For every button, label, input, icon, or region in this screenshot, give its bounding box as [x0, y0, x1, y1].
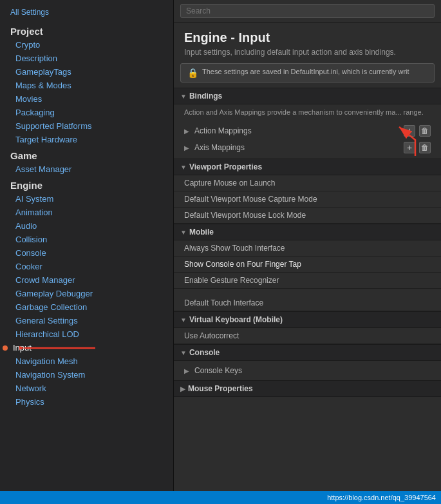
default-touch-interface-row[interactable]: Default Touch Interface [174, 295, 441, 311]
sidebar-item-crowd-manager[interactable]: Crowd Manager [0, 273, 173, 287]
axis-mappings-label: Axis Mappings [194, 143, 400, 152]
page-subtitle: Input settings, including default input … [174, 48, 441, 63]
use-autocorrect-row[interactable]: Use Autocorrect [174, 328, 441, 344]
action-mappings-row: ▶ Action Mappings + 🗑 [180, 122, 435, 139]
mobile-section: ▼ Mobile Always Show Touch Interface Sho… [174, 224, 441, 311]
sidebar-item-cooker[interactable]: Cooker [0, 260, 173, 273]
axis-mappings-add-btn[interactable]: + [404, 142, 415, 153]
mouse-properties-label: Mouse Properties [188, 384, 253, 393]
sidebar-item-general-settings[interactable]: General Settings [0, 314, 173, 327]
game-section: Game Asset Manager [0, 146, 173, 176]
sidebar-item-console[interactable]: Console [0, 246, 173, 260]
virtual-keyboard-arrow: ▼ [180, 316, 187, 324]
axis-mappings-del-btn[interactable]: 🗑 [419, 142, 431, 153]
sidebar-item-description[interactable]: Description [0, 52, 173, 65]
mouse-properties-arrow: ▶ [180, 385, 185, 393]
sidebar-item-physics[interactable]: Physics [0, 395, 173, 409]
action-mappings-label: Action Mappings [194, 126, 400, 135]
project-section: Project Crypto Description GameplayTags … [0, 22, 173, 146]
always-show-touch-row[interactable]: Always Show Touch Interface [174, 240, 441, 257]
viewport-title[interactable]: ▼ Viewport Properties [174, 159, 441, 175]
notice-bar: 🔒 These settings are saved in DefaultInp… [180, 63, 435, 82]
bindings-subsections: ▶ Action Mappings + 🗑 ▶ Axis Mappings + … [174, 120, 441, 159]
virtual-keyboard-title[interactable]: ▼ Virtual Keyboard (Mobile) [174, 311, 441, 328]
all-settings-link[interactable]: All Settings [0, 5, 173, 22]
mouse-properties-title[interactable]: ▶ Mouse Properties [174, 380, 441, 397]
show-console-four-finger-row[interactable]: Show Console on Four Finger Tap [174, 257, 441, 273]
mouse-properties-section: ▶ Mouse Properties [174, 380, 441, 397]
content-area: Engine - Input Input settings, including… [174, 0, 441, 491]
sidebar-item-input-label: Input [13, 343, 32, 353]
mobile-arrow: ▼ [180, 229, 187, 236]
action-mappings-del-btn[interactable]: 🗑 [419, 125, 431, 137]
sidebar-item-packaging[interactable]: Packaging [0, 106, 173, 119]
game-header: Game [0, 146, 173, 162]
main-layout: All Settings Project Crypto Description … [0, 0, 441, 491]
engine-section: Engine AI System Animation Audio Collisi… [0, 176, 173, 409]
sidebar-item-garbage-collection[interactable]: Garbage Collection [0, 300, 173, 314]
default-capture-mode-row[interactable]: Default Viewport Mouse Capture Mode [174, 191, 441, 208]
virtual-keyboard-section: ▼ Virtual Keyboard (Mobile) Use Autocorr… [174, 311, 441, 344]
viewport-arrow: ▼ [180, 164, 187, 171]
sidebar-item-navigation-system[interactable]: Navigation System [0, 368, 173, 382]
bindings-label: Bindings [189, 92, 222, 101]
console-keys-label: Console Keys [194, 366, 431, 375]
sidebar-item-network[interactable]: Network [0, 382, 173, 395]
sidebar-item-collision[interactable]: Collision [0, 233, 173, 246]
sidebar-item-animation[interactable]: Animation [0, 206, 173, 219]
sidebar: All Settings Project Crypto Description … [0, 0, 174, 491]
sidebar-item-ai-system[interactable]: AI System [0, 192, 173, 206]
page-title: Engine - Input [174, 23, 441, 48]
sidebar-item-gameplaytags[interactable]: GameplayTags [0, 65, 173, 79]
sidebar-item-asset-manager[interactable]: Asset Manager [0, 162, 173, 176]
axis-mappings-row: ▶ Axis Mappings + 🗑 [180, 139, 435, 156]
status-url: https://blog.csdn.net/qq_39947564 [327, 494, 436, 501]
active-indicator [3, 345, 8, 351]
mobile-title[interactable]: ▼ Mobile [174, 224, 441, 240]
sidebar-item-gameplay-debugger[interactable]: Gameplay Debugger [0, 287, 173, 300]
mobile-label: Mobile [189, 228, 214, 237]
engine-header: Engine [0, 176, 173, 192]
console-keys-toggle[interactable]: ▶ [184, 367, 191, 374]
console-title[interactable]: ▼ Console [174, 344, 441, 361]
bindings-desc: Action and Axis Mappings provide a mecha… [174, 104, 441, 120]
console-arrow: ▼ [180, 349, 187, 356]
virtual-keyboard-label: Virtual Keyboard (Mobile) [189, 315, 283, 324]
console-section: ▼ Console ▶ Console Keys [174, 344, 441, 380]
action-mappings-toggle[interactable]: ▶ [184, 128, 191, 135]
axis-mappings-toggle[interactable]: ▶ [184, 144, 191, 151]
console-label: Console [189, 348, 220, 357]
search-bar [174, 0, 441, 23]
sidebar-item-movies[interactable]: Movies [0, 92, 173, 106]
project-header: Project [0, 22, 173, 38]
console-subsection: ▶ Console Keys [174, 361, 441, 380]
capture-mouse-row[interactable]: Capture Mouse on Launch [174, 175, 441, 191]
mobile-spacer [174, 289, 441, 295]
viewport-section: ▼ Viewport Properties Capture Mouse on L… [174, 159, 441, 224]
sidebar-item-target-hardware[interactable]: Target Hardware [0, 133, 173, 146]
console-keys-row: ▶ Console Keys [180, 363, 435, 378]
bindings-arrow: ▼ [180, 93, 187, 100]
notice-icon: 🔒 [187, 68, 198, 78]
search-input[interactable] [180, 4, 435, 18]
sidebar-item-maps-modes[interactable]: Maps & Modes [0, 79, 173, 92]
sidebar-item-hierarchical-lod[interactable]: Hierarchical LOD [0, 327, 173, 341]
viewport-label: Viewport Properties [189, 162, 262, 171]
notice-text: These settings are saved in DefaultInput… [202, 68, 409, 75]
sidebar-item-supported-platforms[interactable]: Supported Platforms [0, 119, 173, 133]
sidebar-item-audio[interactable]: Audio [0, 219, 173, 233]
status-bar: https://blog.csdn.net/qq_39947564 [0, 491, 441, 504]
sidebar-item-navigation-mesh[interactable]: Navigation Mesh [0, 354, 173, 368]
action-mappings-add-btn[interactable]: + [404, 125, 415, 137]
sidebar-item-crypto[interactable]: Crypto [0, 38, 173, 52]
bindings-section: ▼ Bindings Action and Axis Mappings prov… [174, 88, 441, 159]
default-lock-mode-row[interactable]: Default Viewport Mouse Lock Mode [174, 208, 441, 224]
enable-gesture-row[interactable]: Enable Gesture Recognizer [174, 273, 441, 289]
sidebar-item-input[interactable]: Input [0, 341, 173, 354]
bindings-title[interactable]: ▼ Bindings [174, 88, 441, 104]
